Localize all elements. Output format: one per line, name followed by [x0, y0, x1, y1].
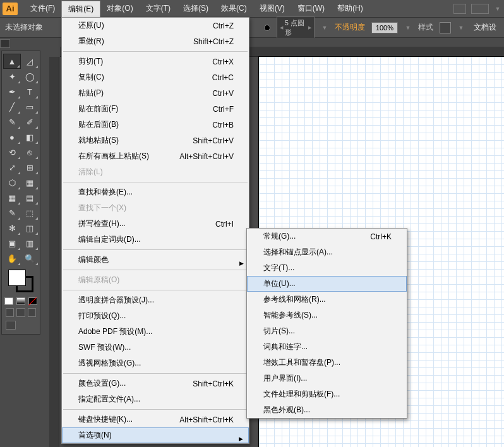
app-logo: Ai	[3, 3, 18, 15]
pen-tool[interactable]: ✒	[3, 84, 21, 99]
preferences-submenu: 常规(G)...Ctrl+K选择和锚点显示(A)...文字(T)...单位(U)…	[246, 228, 407, 419]
direct-selection-tool[interactable]: ◿	[21, 54, 39, 69]
color-mode-solid[interactable]	[4, 297, 13, 305]
selection-tool[interactable]: ▲	[3, 54, 21, 69]
menu-选择[interactable]: 选择(S)	[177, 1, 215, 17]
fill-color[interactable]	[8, 270, 26, 286]
menuitem-首选项N[interactable]: 首选项(N)	[62, 427, 249, 443]
menubar-right-icons: ▼	[453, 4, 501, 14]
brush-tool[interactable]: ✎	[3, 114, 21, 129]
submenuitem-增效工具和暂存盘P[interactable]: 增效工具和暂存盘(P)...	[247, 355, 407, 371]
menuitem-透明度拼合器预设J[interactable]: 透明度拼合器预设(J)...	[62, 292, 249, 308]
free-transform-tool[interactable]: ⊞	[21, 160, 39, 175]
style-label: 样式	[418, 22, 433, 33]
style-dropdown-icon[interactable]: ▼	[457, 23, 465, 32]
mesh-tool[interactable]: ▦	[3, 190, 21, 205]
opacity-dropdown-icon[interactable]: ▼	[404, 23, 412, 32]
menuitem-在所有画板上粘贴S[interactable]: 在所有画板上粘贴(S)Alt+Shift+Ctrl+V	[62, 148, 249, 164]
menuitem-贴在前面F[interactable]: 贴在前面(F)Ctrl+F	[62, 101, 249, 117]
menuitem-透视网格预设G[interactable]: 透视网格预设(G)...	[62, 355, 249, 371]
menuitem-指定配置文件A[interactable]: 指定配置文件(A)...	[62, 391, 249, 407]
menuitem-剪切T[interactable]: 剪切(T)Ctrl+X	[62, 54, 249, 69]
color-mode-none[interactable]	[28, 297, 37, 305]
symbol-sprayer-tool[interactable]: ✻	[3, 220, 21, 235]
opacity-field[interactable]: 100%	[371, 22, 398, 33]
gradient-tool[interactable]: ▤	[21, 190, 39, 205]
document-setup-button[interactable]: 文档设	[471, 21, 499, 34]
blob-brush-tool[interactable]: ●	[3, 129, 21, 145]
submenuitem-文件处理和剪贴板F[interactable]: 文件处理和剪贴板(F)...	[247, 386, 407, 402]
workspace-arrow-icon[interactable]: ▼	[494, 4, 501, 13]
artboard-tool[interactable]: ▣	[3, 235, 21, 251]
magic-wand-tool[interactable]: ✦	[3, 69, 21, 84]
menu-窗口[interactable]: 窗口(W)	[291, 1, 331, 17]
menu-效果[interactable]: 效果(C)	[215, 1, 253, 17]
fill-stroke-block[interactable]	[8, 270, 33, 292]
draw-normal[interactable]	[6, 308, 14, 317]
draw-inside[interactable]	[28, 308, 36, 317]
arrange-icon[interactable]	[471, 4, 489, 14]
pencil-tool[interactable]: ✐	[21, 114, 39, 129]
panel-collapse-tab[interactable]	[0, 39, 10, 48]
menuitem-颜色设置G[interactable]: 颜色设置(G)...Shift+Ctrl+K	[62, 376, 249, 391]
menu-视图[interactable]: 视图(V)	[253, 1, 291, 17]
selection-state: 未选择对象	[5, 22, 56, 33]
submenuitem-参考线和网格R[interactable]: 参考线和网格(R)...	[247, 292, 407, 307]
width-tool[interactable]: ⎋	[21, 145, 39, 160]
menuitem-拼写检查H[interactable]: 拼写检查(H)...Ctrl+I	[62, 216, 249, 232]
menuitem-重做R[interactable]: 重做(R)Shift+Ctrl+Z	[62, 33, 249, 49]
menu-文字[interactable]: 文字(T)	[140, 1, 177, 17]
slice-tool[interactable]: ▥	[21, 235, 39, 251]
draw-behind[interactable]	[16, 308, 25, 317]
menuitem-键盘快捷键K[interactable]: 键盘快捷键(K)...Alt+Shift+Ctrl+K	[62, 412, 249, 427]
lasso-tool[interactable]: ◯	[21, 69, 39, 84]
menuitem-打印预设Q[interactable]: 打印预设(Q)...	[62, 308, 249, 324]
type-tool[interactable]: T	[21, 84, 39, 99]
stroke-dropdown-icon[interactable]: ▼	[321, 23, 328, 32]
perspective-tool[interactable]: ▦	[21, 175, 39, 190]
stroke-preset-field[interactable]: 5 点圆形	[277, 16, 315, 39]
graph-tool[interactable]: ◫	[21, 220, 39, 235]
line-tool[interactable]: ╱	[3, 99, 21, 114]
menuitem-Adobe-PDF-预设M[interactable]: Adobe PDF 预设(M)...	[62, 324, 249, 340]
scale-tool[interactable]: ⤢	[3, 160, 21, 175]
submenuitem-选择和锚点显示A[interactable]: 选择和锚点显示(A)...	[247, 244, 407, 260]
rotate-tool[interactable]: ⟲	[3, 145, 21, 160]
blend-tool[interactable]: ⬚	[21, 205, 39, 220]
menu-对象[interactable]: 对象(O)	[100, 1, 139, 17]
menu-文件[interactable]: 文件(F)	[24, 1, 61, 17]
menuitem-SWF-预设W[interactable]: SWF 预设(W)...	[62, 340, 249, 355]
menuitem-贴在后面B[interactable]: 贴在后面(B)Ctrl+B	[62, 117, 249, 133]
menuitem-查找下一个X: 查找下一个(X)	[62, 200, 249, 216]
menuitem-还原U[interactable]: 还原(U)Ctrl+Z	[62, 18, 249, 33]
zoom-tool[interactable]: 🔍	[21, 251, 39, 266]
submenuitem-智能参考线S[interactable]: 智能参考线(S)...	[247, 307, 407, 323]
menuitem-粘贴P[interactable]: 粘贴(P)Ctrl+V	[62, 85, 249, 101]
menuitem-复制C[interactable]: 复制(C)Ctrl+C	[62, 69, 249, 85]
shape-builder-tool[interactable]: ⬡	[3, 175, 21, 190]
menuitem-编辑颜色[interactable]: 编辑颜色	[62, 252, 249, 268]
edit-menu-dropdown: 还原(U)Ctrl+Z重做(R)Shift+Ctrl+Z剪切(T)Ctrl+X复…	[61, 17, 249, 444]
screen-mode-button[interactable]	[3, 319, 39, 331]
eyedropper-tool[interactable]: ✎	[3, 205, 21, 220]
menuitem-编辑自定词典D[interactable]: 编辑自定词典(D)...	[62, 232, 249, 247]
submenuitem-切片S[interactable]: 切片(S)...	[247, 323, 407, 339]
submenuitem-用户界面I[interactable]: 用户界面(I)...	[247, 371, 407, 386]
eraser-tool[interactable]: ◧	[21, 129, 39, 145]
rectangle-tool[interactable]: ▭	[21, 99, 39, 114]
submenuitem-词典和连字[interactable]: 词典和连字...	[247, 339, 407, 355]
submenuitem-单位U[interactable]: 单位(U)...	[247, 276, 407, 292]
menuitem-就地粘贴S[interactable]: 就地粘贴(S)Shift+Ctrl+V	[62, 133, 249, 148]
menuitem-查找和替换E[interactable]: 查找和替换(E)...	[62, 184, 249, 200]
color-mode-gradient[interactable]	[16, 297, 25, 305]
color-mode-row	[3, 296, 39, 306]
menu-帮助[interactable]: 帮助(H)	[331, 1, 369, 17]
submenuitem-文字T[interactable]: 文字(T)...	[247, 260, 407, 276]
branding-icon[interactable]	[453, 4, 466, 14]
fill-swatch[interactable]	[264, 25, 270, 31]
menu-编辑[interactable]: 编辑(E)	[61, 1, 100, 17]
style-swatch[interactable]	[440, 22, 451, 33]
hand-tool[interactable]: ✋	[3, 251, 21, 266]
submenuitem-黑色外观B[interactable]: 黑色外观(B)...	[247, 402, 407, 418]
submenuitem-常规G[interactable]: 常规(G)...Ctrl+K	[247, 229, 407, 244]
